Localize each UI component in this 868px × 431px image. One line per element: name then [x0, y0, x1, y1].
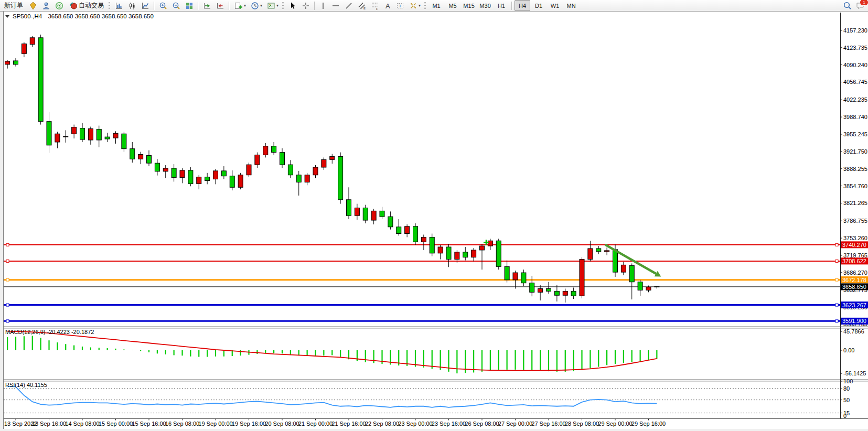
price-axis-label: 3753.260	[843, 235, 867, 241]
time-axis-label: 23 Sep 16:00	[432, 421, 466, 427]
crosshair-button[interactable]	[299, 0, 312, 11]
hline-handle[interactable]	[835, 278, 838, 281]
hline-handle[interactable]	[6, 320, 9, 322]
chart-shift-icon	[216, 2, 224, 10]
hline-handle[interactable]	[6, 304, 9, 306]
candle-body	[355, 208, 359, 216]
candle-body	[496, 241, 501, 266]
candle-body	[221, 171, 226, 176]
candle-body	[155, 163, 159, 171]
cursor-button[interactable]	[286, 0, 299, 11]
auto-scroll-button[interactable]	[201, 0, 213, 11]
template-button[interactable]: ▾	[265, 0, 281, 11]
horizontal-line-button[interactable]	[329, 0, 342, 11]
macd-axis-label: -56.1425	[843, 370, 866, 376]
trendline-button[interactable]	[342, 0, 355, 11]
chevron-down-icon: ▾	[244, 4, 246, 8]
hline-handle[interactable]	[6, 243, 9, 246]
timeframe-m5-button[interactable]: M5	[445, 0, 460, 11]
candle-body	[213, 171, 218, 179]
candle-body	[505, 266, 509, 280]
candlestick-chart-button[interactable]	[126, 0, 138, 11]
line-chart-button[interactable]	[139, 0, 152, 11]
profile-button[interactable]	[40, 0, 52, 11]
new-chart-button[interactable]: ▾	[232, 0, 248, 11]
radar-button[interactable]	[53, 0, 66, 11]
hline-price-tag-text: 3591.900	[842, 318, 866, 324]
candle-body	[255, 155, 260, 165]
candle-body	[14, 61, 18, 64]
chart-shift-button[interactable]	[214, 0, 227, 11]
timeframe-w1-button[interactable]: W1	[547, 0, 563, 11]
search-icon	[843, 1, 852, 10]
new-chart-icon	[234, 2, 243, 10]
toolbar-separator	[229, 2, 230, 10]
candle-body	[313, 167, 318, 175]
tile-windows-button[interactable]	[183, 0, 196, 11]
zoom-in-button[interactable]	[157, 0, 169, 11]
notifications-button[interactable]: 1	[854, 0, 867, 11]
zoom-out-button[interactable]	[170, 0, 183, 11]
text-label-button[interactable]: T	[394, 0, 406, 11]
equidistant-channel-button[interactable]: E	[356, 0, 368, 11]
hline-handle[interactable]	[6, 278, 9, 281]
hline-handle[interactable]	[835, 260, 838, 262]
time-axis-label: 14 Sep 08:00	[65, 421, 99, 427]
candle-body	[629, 265, 634, 282]
candle-body	[80, 128, 85, 139]
price-axis-label: 3888.255	[843, 166, 867, 172]
period-button[interactable]: ▾	[249, 0, 264, 11]
search-button[interactable]	[841, 0, 854, 11]
candle-body	[521, 273, 526, 283]
bar-chart-button[interactable]	[113, 0, 125, 11]
profile-icon	[42, 2, 50, 10]
chevron-down-icon: ▾	[260, 4, 262, 8]
arrows-button[interactable]: ▾	[407, 0, 423, 11]
time-axis-label: 27 Sep 00:00	[498, 421, 532, 427]
hline-handle[interactable]	[835, 320, 838, 322]
candle-body	[197, 177, 201, 184]
new-order-button[interactable]: 新订单	[1, 0, 26, 11]
main-toolbar: 新订单 自动交易 ▾ ▾	[0, 0, 868, 12]
price-axis-label: 3786.755	[843, 218, 867, 224]
chart-area[interactable]: 4157.2304123.7354090.2404056.7454022.235…	[0, 0, 868, 431]
toolbar-grip	[282, 2, 284, 9]
gold-seal-button[interactable]	[27, 0, 39, 11]
hline-handle[interactable]	[6, 260, 9, 262]
fibonacci-button[interactable]: F	[369, 0, 381, 11]
candle-body	[554, 291, 559, 295]
auto-trading-label: 自动交易	[79, 1, 104, 10]
candle-body	[288, 165, 293, 175]
text-label-icon: T	[396, 2, 404, 10]
chart-symbol-period: SP500-,H4	[13, 13, 42, 19]
timeframe-m1-button[interactable]: M1	[428, 0, 444, 11]
cursor-arrow-icon	[288, 2, 297, 10]
candle-body	[538, 288, 543, 292]
hline-handle[interactable]	[835, 304, 838, 306]
price-axis-label: 3921.750	[843, 148, 867, 155]
hline-handle[interactable]	[835, 243, 838, 246]
tile-windows-icon	[185, 2, 194, 10]
timeframe-h1-button[interactable]: H1	[494, 0, 509, 11]
candle-body	[446, 247, 451, 260]
vertical-line-button[interactable]	[317, 0, 329, 11]
timeframe-m15-button[interactable]: M15	[461, 0, 477, 11]
candle-body	[347, 200, 351, 216]
timeframe-d1-button[interactable]: D1	[531, 0, 546, 11]
zoom-in-icon	[159, 2, 167, 10]
candle-body	[280, 153, 285, 165]
candle-body	[5, 61, 10, 64]
candle-body	[230, 176, 234, 188]
auto-trading-button[interactable]: 自动交易	[66, 0, 107, 11]
time-axis-label: 15 Sep 16:00	[132, 421, 166, 427]
price-axis-label: 3821.265	[843, 200, 867, 206]
text-button[interactable]: A	[382, 0, 393, 11]
candle-body	[488, 241, 492, 246]
time-axis-label: 20 Sep 08:00	[265, 421, 299, 427]
timeframe-h4-button[interactable]: H4	[515, 0, 530, 11]
timeframe-mn-button[interactable]: MN	[563, 0, 579, 11]
gold-seal-icon	[29, 2, 37, 10]
timeframe-m30-button[interactable]: M30	[477, 0, 493, 11]
candle-body	[380, 211, 384, 217]
time-axis-label: 21 Sep 00:00	[298, 421, 333, 427]
